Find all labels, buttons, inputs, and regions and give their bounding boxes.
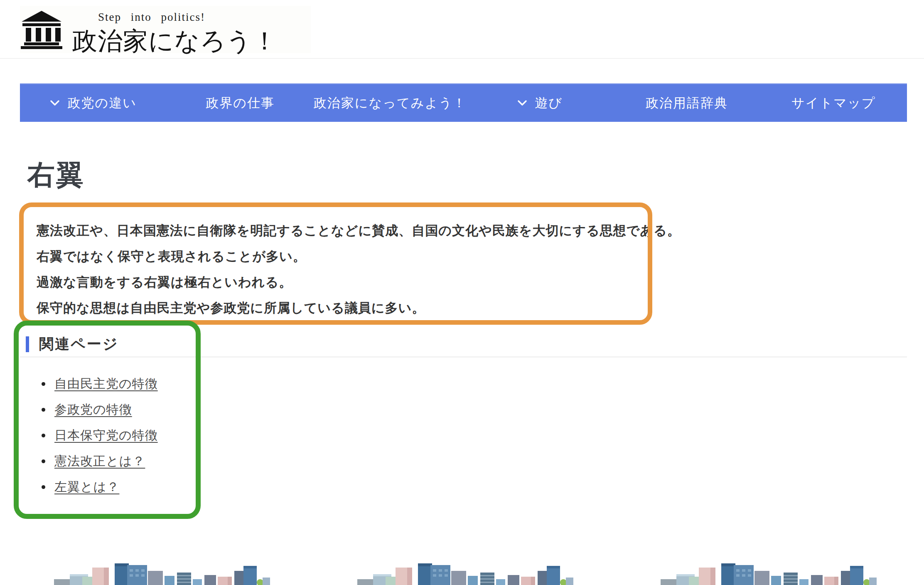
bullet-dot (42, 382, 45, 386)
nav-menu-item[interactable]: サイトマップ (760, 84, 907, 122)
skyline-cluster (341, 560, 573, 585)
nav-item-label: サイトマップ (791, 94, 875, 112)
list-item: 日本保守党の特徴 (42, 422, 158, 448)
related-links-list: 自由民主党の特徴 参政党の特徴 日本保守党の特徴 憲法改正とは？ 左翼とは？ (42, 371, 158, 500)
site-logo-link[interactable]: Step into politics! 政治家になろう！ (20, 6, 311, 53)
site-title: 政治家になろう！ (72, 25, 278, 58)
nav-item-label: 政治用語辞典 (646, 94, 728, 112)
chevron-down-icon (517, 100, 527, 106)
related-link[interactable]: 左翼とは？ (54, 479, 119, 496)
related-pages-heading: 関連ページ (26, 334, 119, 354)
description-line: 右翼ではなく保守と表現されることが多い。 (37, 244, 635, 269)
description-line: 過激な言動をする右翼は極右といわれる。 (37, 269, 635, 295)
nav-menu-item[interactable]: 政界の仕事 (167, 84, 313, 122)
related-link[interactable]: 自由民主党の特徴 (54, 375, 158, 392)
list-item: 憲法改正とは？ (42, 448, 158, 474)
nav-item-label: 政治家になってみよう！ (314, 94, 467, 112)
list-item: 参政党の特徴 (42, 397, 158, 422)
bullet-dot (42, 434, 45, 437)
bullet-dot (42, 408, 45, 412)
bank-building-icon (20, 11, 63, 49)
site-tagline: Step into politics! (72, 11, 278, 24)
section-divider (20, 357, 907, 357)
list-item: 左翼とは？ (42, 474, 158, 500)
chevron-down-icon (50, 100, 60, 106)
related-link[interactable]: 参政党の特徴 (54, 401, 132, 418)
nav-menu-item[interactable]: 政治家になってみよう！ (314, 84, 467, 122)
description-line: 憲法改正や、日本国憲法に自衛隊を明記することなどに賛成、自国の文化や民族を大切に… (37, 218, 635, 244)
skyline-cluster (644, 560, 877, 585)
bullet-dot (42, 485, 45, 489)
header-divider (0, 58, 924, 59)
nav-item-label: 政界の仕事 (206, 94, 275, 112)
related-link[interactable]: 憲法改正とは？ (54, 453, 145, 470)
heading-accent-bar (26, 336, 29, 352)
related-pages-title: 関連ページ (39, 334, 119, 354)
nav-item-label: 政党の違い (67, 94, 136, 112)
main-navigation: 政党の違い 政界の仕事 政治家になってみよう！ (20, 83, 907, 122)
nav-menu-item[interactable]: 遊び (467, 84, 613, 122)
description-line: 保守的な思想は自由民主党や参政党に所属している議員に多い。 (37, 295, 635, 321)
nav-item-label: 遊び (535, 94, 563, 112)
nav-menu-item[interactable]: 政党の違い (20, 84, 167, 122)
nav-menu-item[interactable]: 政治用語辞典 (613, 84, 760, 122)
page-title: 右翼 (27, 156, 85, 194)
bullet-dot (42, 459, 45, 463)
related-link[interactable]: 日本保守党の特徴 (54, 427, 158, 444)
city-skyline-illustration (0, 560, 924, 585)
description-block: 憲法改正や、日本国憲法に自衛隊を明記することなどに賛成、自国の文化や民族を大切に… (37, 218, 635, 321)
skyline-cluster (37, 560, 270, 585)
list-item: 自由民主党の特徴 (42, 371, 158, 397)
